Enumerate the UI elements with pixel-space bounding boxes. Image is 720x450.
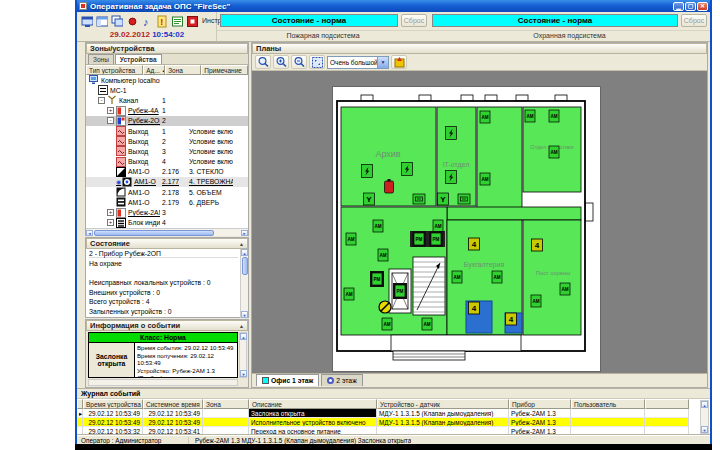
- journal-column-header[interactable]: Описание: [249, 399, 377, 409]
- ms-device-icon: [98, 85, 108, 95]
- tree-cell: 1: [160, 95, 187, 105]
- alarm-note-icon[interactable]: !: [155, 14, 169, 28]
- scroll-thumb[interactable]: [242, 257, 248, 275]
- journal-cell: [645, 418, 689, 427]
- journal-row[interactable]: 29.02.12 10:53:4929.02.12 10:53:49Исполн…: [77, 418, 710, 427]
- column-header[interactable]: Тип устройства: [86, 65, 143, 75]
- column-header[interactable]: Примечание: [201, 65, 248, 75]
- device-label: Рубеж-4А: [128, 107, 159, 114]
- tree-row[interactable]: +Рубеж-4А1: [86, 106, 248, 116]
- journal-cell: 29.02.12 10:53:49: [83, 418, 143, 427]
- plan-tab-1[interactable]: Офис 1 этаж: [256, 374, 319, 386]
- zoom-fit-icon[interactable]: [309, 55, 325, 69]
- tree-cell: 3: [160, 207, 187, 217]
- journal-row[interactable]: ▸29.02.12 10:53:4929.02.12 10:53:49Засло…: [77, 409, 710, 418]
- plan-canvas[interactable]: АрхивIT-отделОтдел логистикиБухгалтерияП…: [252, 71, 707, 373]
- svg-text:♪: ♪: [143, 16, 149, 28]
- title-bar[interactable]: Оперативная задача ОПС "FireSec" ▁ ▢ ✕: [77, 0, 710, 12]
- chevron-down-icon[interactable]: ▼: [377, 57, 388, 68]
- svg-text:АМ: АМ: [550, 114, 557, 119]
- panelred-device-icon: [116, 208, 126, 218]
- fire-subsystem-label: Пожарная подсистема: [217, 30, 429, 39]
- journal-column-header[interactable]: Устройство - датчик: [377, 399, 509, 409]
- state-vertical-scrollbar[interactable]: ▲ ▼: [240, 249, 248, 318]
- svg-text:Y: Y: [366, 195, 372, 204]
- zoom-in-icon[interactable]: [273, 55, 289, 69]
- svg-text:АМ: АМ: [481, 177, 488, 182]
- zoom-icon[interactable]: [255, 55, 271, 69]
- journal-column-header[interactable]: Зона: [203, 399, 249, 409]
- journal-column-header[interactable]: Системное время: [143, 399, 203, 409]
- event-info-title: Информация о событии: [90, 321, 180, 330]
- journal-column-filler: [645, 399, 689, 409]
- layout-icon[interactable]: [95, 14, 109, 28]
- journal-column-header[interactable]: Время устройства: [83, 399, 143, 409]
- show-alarm-device-icon[interactable]: [391, 55, 407, 69]
- collapse-icon[interactable]: -: [98, 97, 105, 104]
- column-header[interactable]: Зона: [165, 65, 201, 75]
- tree-row[interactable]: Компьютер localhost: 127.0.0.1: [86, 75, 248, 85]
- device-label: Выход: [128, 128, 148, 135]
- tree-row[interactable]: Выход2Условие включения: [86, 136, 248, 146]
- zoom-out-icon[interactable]: [291, 55, 307, 69]
- event-horizontal-scrollbar[interactable]: [88, 379, 238, 386]
- tree-cell: 4. ТРЕВОЖНАЯ КНОПКА: [187, 177, 233, 187]
- expand-icon[interactable]: +: [107, 209, 114, 216]
- tree-cell: 1: [160, 126, 187, 136]
- security-subsystem-label: Охранная подсистема: [429, 30, 710, 39]
- fire-reset-button[interactable]: Сброс: [401, 14, 427, 27]
- tab-zones[interactable]: Зоны: [88, 54, 114, 64]
- device-label: МС-1: [110, 87, 127, 94]
- tree-row[interactable]: Выход3Условие включения: состоян...: [86, 146, 248, 156]
- tab-devices[interactable]: Устройства: [115, 54, 162, 64]
- tree-row[interactable]: -Рубеж-2ОП2: [86, 116, 248, 126]
- maximize-button[interactable]: ▢: [685, 2, 696, 11]
- collapse-icon[interactable]: ▲: [239, 323, 244, 329]
- svg-text:АМ: АМ: [374, 224, 381, 229]
- collapse-icon[interactable]: -: [107, 117, 114, 124]
- tree-cell: [187, 207, 233, 217]
- sound-icon[interactable]: ♪: [140, 14, 154, 28]
- journal-vertical-scrollbar[interactable]: ▲▼: [700, 400, 709, 434]
- panelblue-device-icon: [116, 116, 126, 126]
- left-column: Зоны/устройства ЗоныУстройства Тип устро…: [85, 42, 249, 388]
- scale-select[interactable]: Очень большой ▼: [327, 56, 389, 69]
- expand-icon[interactable]: +: [107, 107, 114, 114]
- tree-cell: Условие включения: [187, 136, 233, 146]
- plan-tab-2[interactable]: 2 этаж: [321, 374, 362, 386]
- tree-row[interactable]: ◉АМ1-О2.1774. ТРЕВОЖНАЯ КНОПКА: [86, 177, 248, 187]
- device-label: Канал: [119, 97, 138, 104]
- svg-text:АМ: АМ: [481, 115, 488, 120]
- cascade-windows-icon[interactable]: [110, 14, 124, 28]
- journal-cell: Заслонка открыта: [249, 409, 377, 418]
- tree-row[interactable]: -Канал1: [86, 95, 248, 105]
- minimize-button[interactable]: ▁: [673, 2, 684, 11]
- scroll-thumb[interactable]: [94, 230, 214, 236]
- security-reset-button[interactable]: Сброс: [681, 14, 707, 27]
- column-header[interactable]: Ад...▲: [143, 65, 165, 75]
- tree-row[interactable]: АМ1-О2.1763. СТЕКЛО: [86, 167, 248, 177]
- event-vertical-scrollbar[interactable]: ▲▼: [239, 332, 247, 378]
- tree-row[interactable]: +Блок индикации4: [86, 218, 248, 228]
- journal-column-header[interactable]: Прибор: [509, 399, 571, 409]
- monitor-icon[interactable]: [80, 14, 94, 28]
- tree-row[interactable]: Выход1Условие включения: [86, 126, 248, 136]
- expand-icon[interactable]: +: [107, 219, 114, 226]
- tree-row[interactable]: Выход4Условие включения: [86, 157, 248, 167]
- svg-text:Архив: Архив: [375, 149, 400, 159]
- tree-row[interactable]: МС-1: [86, 85, 248, 95]
- event-list-icon[interactable]: [170, 14, 184, 28]
- tree-horizontal-scrollbar[interactable]: ◄ ►: [86, 228, 248, 236]
- tree-row[interactable]: АМ1-О2.1796. ДВЕРЬ: [86, 197, 248, 207]
- floor-plan[interactable]: АрхивIT-отделОтдел логистикиБухгалтерияП…: [332, 86, 601, 372]
- record-icon[interactable]: [125, 14, 139, 28]
- output-device-icon: [116, 126, 126, 136]
- status-bar: Оператор : Администратор Рубеж-2АМ 1.3 М…: [77, 435, 710, 444]
- close-button[interactable]: ✕: [697, 2, 708, 11]
- tree-row[interactable]: +Рубеж-2АМ3: [86, 207, 248, 217]
- collapse-icon[interactable]: ▲: [239, 241, 244, 247]
- stop-sound-icon[interactable]: [185, 14, 199, 28]
- tree-row[interactable]: АМ1-О2.1785. ОБЪЕМ: [86, 187, 248, 197]
- tree-cell: [233, 197, 248, 207]
- journal-column-header[interactable]: Пользователь: [571, 399, 645, 409]
